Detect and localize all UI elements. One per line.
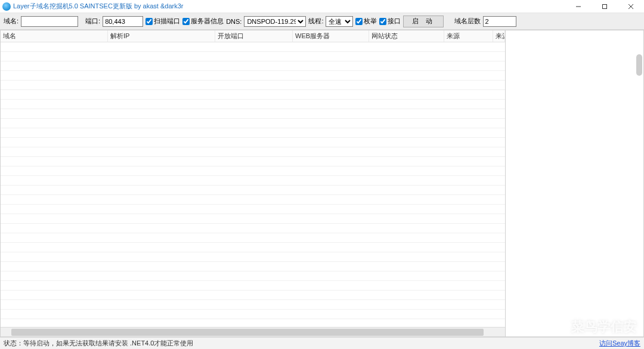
domain-input[interactable] [21,16,78,27]
layer-input[interactable] [483,16,516,27]
interface-check[interactable] [379,18,386,25]
table-row [1,90,505,100]
thread-label: 线程: [308,17,323,26]
close-button[interactable] [618,0,644,13]
port-label: 端口: [85,17,100,26]
table-row [1,166,505,176]
blog-link[interactable]: 访问Seay博客 [599,339,640,348]
domain-label: 域名: [4,17,18,26]
table-row [1,224,505,233]
table-row [1,252,505,262]
table-row [1,243,505,252]
body: 域名解析IP开放端口WEB服务器网站状态来源来源 [0,30,644,337]
table-row [1,319,505,327]
grid-header: 域名解析IP开放端口WEB服务器网站状态来源来源 [1,30,505,42]
statusbar: 状态： 等待启动，如果无法获取结果请安装 .NET4.0才能正常使用 访问Sea… [0,337,644,349]
table-row [1,186,505,195]
column-header[interactable]: 解析IP [108,30,215,42]
side-panel [506,30,644,337]
dns-select[interactable]: DNSPOD-119.29.29.29 [244,16,306,27]
interface-label: 接口 [388,17,401,26]
table-row [1,52,505,61]
column-header[interactable]: 域名 [1,30,108,42]
enum-check[interactable] [355,18,363,25]
enum-label: 枚举 [364,17,377,26]
vertical-scroll-thumb[interactable] [636,54,642,76]
table-row [1,119,505,128]
thread-select[interactable]: 全速 [326,16,353,27]
table-row [1,300,505,310]
port-input[interactable] [103,16,143,27]
table-row [1,138,505,147]
table-row [1,71,505,81]
server-info-check[interactable] [182,18,190,25]
results-grid: 域名解析IP开放端口WEB服务器网站状态来源来源 [0,30,506,337]
table-row [1,262,505,271]
server-info-checkbox[interactable]: 服务器信息 [182,17,224,26]
status-text: 等待启动，如果无法获取结果请安装 .NET4.0才能正常使用 [23,339,193,348]
table-row [1,281,505,291]
table-row [1,100,505,109]
table-row [1,176,505,186]
server-info-label: 服务器信息 [191,17,224,26]
table-row [1,233,505,243]
table-row [1,147,505,157]
table-row [1,109,505,119]
toolbar: 域名: 端口: 扫描端口 服务器信息 DNS: DNSPOD-119.29.29… [0,13,644,30]
table-row [1,205,505,214]
table-row [1,291,505,300]
table-row [1,128,505,138]
table-row [1,271,505,281]
column-header[interactable]: 来源 [444,30,493,42]
start-button[interactable]: 启 动 [403,16,443,27]
column-header[interactable]: WEB服务器 [293,30,369,42]
titlebar: Layer子域名挖掘机5.0 SAINTSEC更新版 by akast &dar… [0,0,644,13]
window-title: Layer子域名挖掘机5.0 SAINTSEC更新版 by akast &dar… [13,2,183,11]
scroll-thumb[interactable] [11,329,484,336]
table-row [1,61,505,71]
column-header[interactable]: 网站状态 [369,30,444,42]
interface-checkbox[interactable]: 接口 [379,17,401,26]
table-row [1,81,505,90]
column-header[interactable]: 来源 [493,30,505,42]
minimize-button[interactable] [565,0,592,13]
column-header[interactable]: 开放端口 [215,30,293,42]
dns-label: DNS: [226,18,242,25]
scan-port-check[interactable] [145,18,153,25]
svg-rect-0 [603,4,607,8]
layer-label: 域名层数 [454,17,481,26]
maximize-button[interactable] [592,0,618,13]
table-row [1,195,505,205]
table-row [1,42,505,52]
horizontal-scrollbar[interactable] [1,327,505,336]
table-row [1,214,505,224]
scan-port-label: 扫描端口 [154,17,180,26]
status-label: 状态： [4,339,23,348]
enum-checkbox[interactable]: 枚举 [355,17,377,26]
app-icon [2,2,11,11]
table-row [1,310,505,319]
table-row [1,157,505,166]
grid-rows [1,42,505,327]
scan-port-checkbox[interactable]: 扫描端口 [145,17,180,26]
